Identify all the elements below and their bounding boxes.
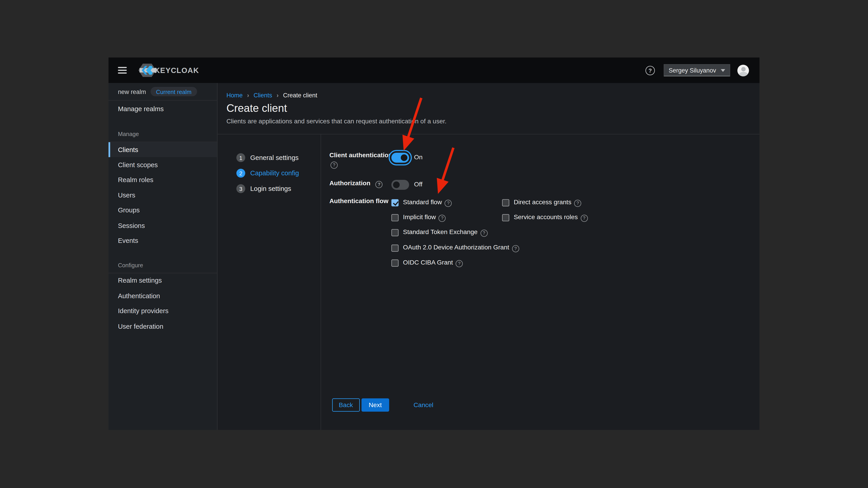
realm-name: new realm — [118, 88, 146, 95]
realm-selector-row: new realm Current realm — [108, 83, 217, 101]
auth-flow-column-1: Standard flow Implicit flow Standard Tok… — [391, 199, 519, 274]
implicit-flow-help-icon[interactable] — [439, 215, 446, 222]
standard-token-exchange-checkbox[interactable] — [391, 229, 399, 236]
page-subtitle: Clients are applications and services th… — [226, 118, 447, 125]
authorization-toggle[interactable] — [391, 180, 409, 190]
oidc-ciba-grant-checkbox[interactable] — [391, 260, 399, 267]
breadcrumb-home-link[interactable]: Home — [226, 92, 243, 98]
checkbox-row-standard-token-exchange[interactable]: Standard Token Exchange — [391, 229, 519, 236]
breadcrumb-current: Create client — [283, 92, 317, 98]
checkbox-row-direct-access-grants[interactable]: Direct access grants — [502, 199, 588, 206]
sidebar-item-client-scopes[interactable]: Client scopes — [108, 157, 217, 172]
sidebar-item-clients[interactable]: Clients — [108, 142, 217, 157]
wizard-step-login-settings[interactable]: 3 Login settings — [217, 184, 320, 193]
current-realm-badge[interactable]: Current realm — [151, 87, 197, 96]
direct-access-grants-help-icon[interactable] — [574, 199, 581, 207]
authorization-state: Off — [414, 181, 423, 188]
avatar[interactable] — [737, 64, 749, 76]
next-button[interactable]: Next — [362, 398, 389, 412]
service-accounts-roles-checkbox[interactable] — [502, 214, 509, 221]
help-icon[interactable]: ? — [646, 66, 655, 75]
main-content: Home › Clients › Create client Create cl… — [217, 83, 760, 430]
chevron-right-icon: › — [247, 92, 249, 98]
nav-toggle-hamburger-icon[interactable] — [118, 67, 127, 73]
client-authentication-label: Client authentication — [329, 152, 393, 158]
service-accounts-roles-help-icon[interactable] — [581, 215, 588, 222]
client-authentication-state: On — [414, 154, 423, 160]
oauth-device-grant-checkbox[interactable] — [391, 245, 399, 252]
step-number-circle: 3 — [237, 184, 245, 193]
user-name: Sergey Siluyanov — [669, 67, 716, 73]
standard-flow-checkbox[interactable] — [391, 199, 399, 206]
checkbox-row-standard-flow[interactable]: Standard flow — [391, 199, 519, 206]
breadcrumb: Home › Clients › Create client — [226, 92, 317, 98]
chevron-right-icon: › — [277, 92, 279, 98]
checkbox-row-implicit-flow[interactable]: Implicit flow — [391, 214, 519, 221]
checkbox-row-oidc-ciba-grant[interactable]: OIDC CIBA Grant — [391, 259, 519, 267]
step-number-circle: 1 — [237, 153, 245, 162]
wizard-step-general-settings[interactable]: 1 General settings — [217, 153, 320, 162]
sidebar-nav: new realm Current realm Manage realms Ma… — [108, 83, 217, 430]
standard-flow-help-icon[interactable] — [445, 199, 452, 207]
direct-access-grants-checkbox[interactable] — [502, 199, 509, 206]
oidc-ciba-grant-help-icon[interactable] — [456, 260, 463, 267]
authentication-flow-label: Authentication flow — [329, 197, 388, 204]
sidebar-item-users[interactable]: Users — [108, 188, 217, 203]
client-authentication-toggle[interactable] — [391, 153, 409, 163]
cancel-button[interactable]: Cancel — [410, 398, 437, 412]
nav-group-configure-label: Configure — [108, 262, 217, 270]
authorization-label: Authorization — [329, 180, 383, 188]
keycloak-hexagon-icon — [138, 63, 157, 77]
chevron-down-icon — [721, 69, 725, 72]
wizard-step-capability-config[interactable]: 2 Capability config — [217, 169, 320, 177]
keycloak-logo[interactable]: KEYCLOAK — [138, 63, 199, 77]
breadcrumb-clients-link[interactable]: Clients — [254, 92, 272, 98]
sidebar-item-manage-realms[interactable]: Manage realms — [108, 101, 217, 117]
sidebar-item-user-federation[interactable]: User federation — [108, 319, 217, 334]
implicit-flow-checkbox[interactable] — [391, 214, 399, 221]
user-menu-dropdown[interactable]: Sergey Siluyanov — [664, 64, 730, 76]
screenshot-stage: KEYCLOAK ? Sergey Siluyanov new realm Cu… — [0, 0, 868, 488]
sidebar-item-authentication[interactable]: Authentication — [108, 288, 217, 303]
sidebar-item-groups[interactable]: Groups — [108, 203, 217, 218]
keycloak-admin-console-window: KEYCLOAK ? Sergey Siluyanov new realm Cu… — [108, 58, 760, 430]
nav-group-manage-label: Manage — [108, 131, 217, 139]
auth-flow-column-2: Direct access grants Service accounts ro… — [502, 199, 588, 229]
sidebar-item-sessions[interactable]: Sessions — [108, 218, 217, 233]
sidebar-item-events[interactable]: Events — [108, 233, 217, 248]
page-title: Create client — [226, 102, 287, 115]
authorization-help-icon[interactable] — [375, 181, 383, 188]
back-button[interactable]: Back — [332, 398, 360, 412]
masthead-right: ? Sergey Siluyanov — [646, 64, 760, 76]
step-number-circle: 2 — [237, 169, 245, 177]
checkbox-row-oauth-device-grant[interactable]: OAuth 2.0 Device Authorization Grant — [391, 244, 519, 252]
standard-token-exchange-help-icon[interactable] — [480, 230, 488, 237]
client-authentication-help-icon[interactable] — [331, 162, 338, 169]
oauth-device-grant-help-icon[interactable] — [512, 245, 519, 252]
masthead: KEYCLOAK ? Sergey Siluyanov — [108, 58, 760, 83]
checkbox-row-service-accounts-roles[interactable]: Service accounts roles — [502, 214, 588, 221]
wizard-nav: 1 General settings 2 Capability config 3… — [217, 134, 321, 430]
sidebar-item-realm-settings[interactable]: Realm settings — [108, 273, 217, 288]
sidebar-item-realm-roles[interactable]: Realm roles — [108, 173, 217, 188]
sidebar-item-identity-providers[interactable]: Identity providers — [108, 303, 217, 319]
brand-text: KEYCLOAK — [154, 66, 199, 74]
